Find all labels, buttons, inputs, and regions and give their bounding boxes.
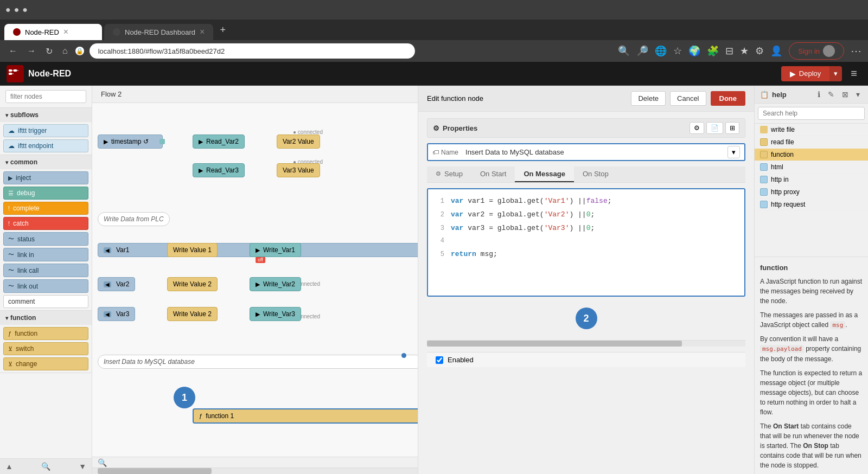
canvas-inner[interactable]: 1 ▶ timestamp ↺ ● connected ● connected … [92, 105, 418, 474]
translate-icon[interactable]: 🌐 [655, 45, 667, 57]
palette-category-header-function[interactable]: ▾ function [0, 311, 92, 325]
sidebar-item-switch[interactable]: ⊻ switch [3, 342, 88, 355]
extensions-icon[interactable]: 🧩 [707, 45, 719, 57]
help-expand-button[interactable]: ⊠ [839, 89, 851, 100]
canvas-zoom-icon[interactable]: 🔍 [98, 458, 107, 467]
nav-refresh-button[interactable]: ↻ [43, 44, 55, 59]
help-edit-button[interactable]: ✎ [825, 89, 837, 100]
settings-icon[interactable]: ⚙ [755, 45, 764, 57]
canvas-scrollbar-thumb[interactable] [98, 468, 212, 474]
more-button[interactable]: ⋯ [851, 44, 861, 57]
profile-icon[interactable]: 👤 [770, 45, 782, 57]
help-close-button[interactable]: ▾ [853, 89, 863, 100]
help-node-read-file[interactable]: read file [755, 136, 868, 149]
node-var2[interactable]: ◀ Var2 [98, 277, 135, 291]
canvas-scrollbar[interactable] [92, 467, 418, 474]
scroll-down-button[interactable]: ▼ [75, 461, 90, 472]
help-node-write-file[interactable]: write file [755, 124, 868, 136]
tab-on-message[interactable]: On Message [515, 166, 574, 182]
deploy-button[interactable]: ▶ Deploy [781, 66, 829, 81]
sidebar-item-function[interactable]: ƒ function [3, 327, 88, 340]
name-input[interactable] [463, 145, 723, 159]
cancel-button[interactable]: Cancel [670, 91, 706, 106]
scroll-up-button[interactable]: ▲ [2, 461, 16, 472]
code-editor[interactable]: 1 var var1 = global.get('Var1') ||false;… [427, 188, 745, 297]
sign-in-button[interactable]: Sign in [789, 42, 844, 60]
search-icon[interactable]: 🔍 [618, 45, 630, 57]
code-scrollbar-thumb[interactable] [427, 341, 682, 347]
help-node-html[interactable]: html [755, 161, 868, 174]
node-var2-value[interactable]: Var2 Value [277, 134, 320, 149]
help-node-http-in[interactable]: http in [755, 174, 868, 186]
tab-dashboard[interactable]: Node-RED Dashboard × [104, 24, 213, 40]
sidebar-item-link-in[interactable]: 〜 link in [3, 248, 88, 261]
tab-on-start[interactable]: On Start [471, 166, 515, 182]
tab-setup[interactable]: ⚙ Setup [427, 166, 471, 182]
help-node-http-proxy[interactable]: http proxy [755, 186, 868, 198]
canvas-area[interactable]: Flow 2 1 ▶ timestamp ↺ ● co [92, 86, 418, 474]
sidebar-item-ifttt-endpoint[interactable]: ☁ ifttt endpoint [3, 139, 88, 152]
node-insert-mysql[interactable]: Insert Data to MySQL database [98, 355, 418, 369]
sidebar-item-comment[interactable]: comment [3, 295, 88, 308]
nav-forward-button[interactable]: → [25, 44, 38, 58]
tab-add-button[interactable]: + [215, 22, 230, 38]
prop-info-button[interactable]: 📄 [706, 122, 723, 134]
zoom-icon[interactable]: 🔎 [636, 45, 648, 57]
sidebar-item-catch[interactable]: ! catch [3, 217, 88, 230]
sidebar-item-status[interactable]: 〜 status [3, 232, 88, 246]
prop-expand-button[interactable]: ⊞ [725, 122, 739, 134]
help-search-input[interactable] [758, 107, 865, 120]
edit-panel-title: Edit function node [427, 94, 483, 103]
node-write-var1[interactable]: ▶ Write_Var1 [250, 243, 301, 257]
node-function1[interactable]: ƒ function 1 [193, 408, 418, 424]
category-label: common [10, 158, 37, 166]
sidebar-icon[interactable]: ⊟ [725, 45, 733, 57]
sidebar-item-complete[interactable]: ! complete [3, 202, 88, 215]
filter-input[interactable] [5, 90, 86, 103]
done-button[interactable]: Done [711, 91, 746, 106]
sidebar-item-ifttt-trigger[interactable]: ☁ ifttt trigger [3, 124, 88, 137]
node-write-val2b[interactable]: Write Value 2 [167, 307, 218, 321]
sidebar-item-inject[interactable]: ▶ inject [3, 171, 88, 184]
help-node-function[interactable]: function [755, 149, 868, 161]
help-info-button[interactable]: ℹ [815, 89, 823, 100]
fav-icon[interactable]: ★ [740, 45, 749, 57]
node-read-var3[interactable]: ▶ Read_Var3 [193, 163, 245, 177]
sidebar-item-change[interactable]: ⊻ change [3, 357, 88, 370]
nav-home-button[interactable]: ⌂ [60, 44, 70, 58]
tab-node-red[interactable]: Node-RED × [4, 24, 102, 40]
node-write-var3[interactable]: ▶ Write_Var3 [250, 307, 301, 321]
write-var3-icon: ▶ [256, 311, 260, 318]
node-var3-value[interactable]: Var3 Value [277, 163, 320, 177]
node-write-val2[interactable]: Write Value 2 [167, 277, 218, 291]
tab-close-node-red[interactable]: × [63, 27, 68, 37]
node-var3[interactable]: ◀ Var3 [98, 307, 135, 321]
globe-icon[interactable]: 🌍 [688, 45, 700, 57]
sidebar-item-link-call[interactable]: 〜 link call [3, 264, 88, 277]
bookmark-icon[interactable]: ☆ [673, 45, 682, 57]
search-button[interactable]: 🔍 [38, 461, 54, 472]
enabled-checkbox[interactable] [436, 356, 443, 364]
code-scrollbar[interactable] [427, 340, 745, 347]
node-write-val1[interactable]: Write Value 1 [167, 243, 218, 257]
address-bar[interactable] [90, 43, 415, 59]
node-write-data-label[interactable]: Write Data from PLC [98, 212, 170, 226]
deploy-dropdown-button[interactable]: ▾ [829, 66, 842, 81]
palette-category-header-common[interactable]: ▾ common [0, 155, 92, 169]
name-action-button[interactable]: ▾ [727, 146, 740, 158]
node-timestamp[interactable]: ▶ timestamp ↺ [98, 134, 163, 149]
nav-back-button[interactable]: ← [7, 44, 20, 58]
hamburger-menu-button[interactable]: ≡ [846, 65, 861, 82]
help-node-http-request[interactable]: http request [755, 198, 868, 211]
palette-category-header-subflows[interactable]: ▾ subflows [0, 108, 92, 122]
delete-button[interactable]: Delete [631, 91, 666, 106]
tab-on-stop[interactable]: On Stop [574, 166, 617, 182]
node-read-var2[interactable]: ▶ Read_Var2 [193, 134, 245, 149]
node-write-var2[interactable]: ▶ Write_Var2 [250, 277, 301, 291]
sidebar-item-link-out[interactable]: 〜 link out [3, 279, 88, 293]
prop-settings-button[interactable]: ⚙ [690, 122, 704, 134]
category-label: function [10, 314, 36, 322]
sidebar-item-debug[interactable]: ☰ debug [3, 187, 88, 200]
help-search-area [755, 104, 868, 124]
tab-close-dashboard[interactable]: × [200, 27, 205, 37]
